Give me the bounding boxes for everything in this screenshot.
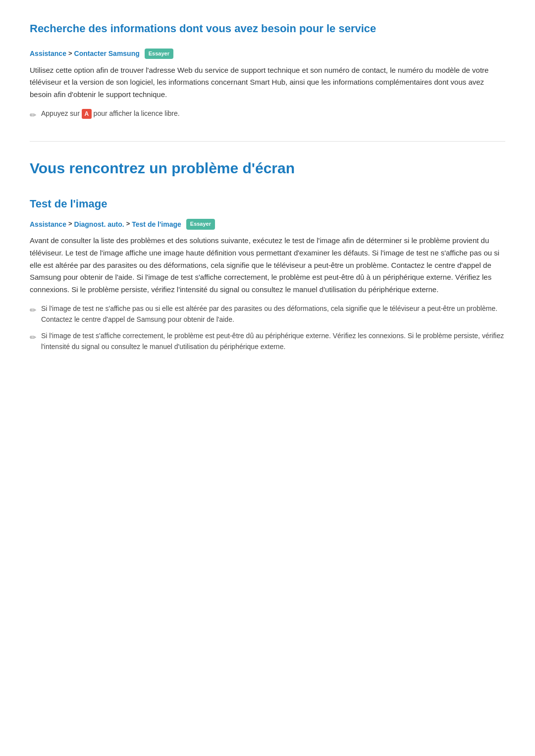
breadcrumb-sep-2a: > bbox=[68, 219, 72, 229]
section2-title: Vous rencontrez un problème d'écran bbox=[30, 156, 505, 180]
note-item-2: ✏ Si l'image de test ne s'affiche pas ou… bbox=[30, 303, 505, 325]
breadcrumb-1: Assistance > Contacter Samsung Essayer bbox=[30, 48, 505, 59]
subsection-body: Avant de consulter la liste des problème… bbox=[30, 235, 505, 296]
breadcrumb-link-contact[interactable]: Contacter Samsung bbox=[74, 48, 140, 59]
section-probleme-ecran: Vous rencontrez un problème d'écran Test… bbox=[30, 156, 505, 352]
try-badge-2[interactable]: Essayer bbox=[186, 219, 215, 230]
section1-body: Utilisez cette option afin de trouver l'… bbox=[30, 64, 505, 101]
key-badge-a: A bbox=[82, 109, 92, 119]
try-badge-1[interactable]: Essayer bbox=[145, 49, 173, 59]
note-text-2: Si l'image de test ne s'affiche pas ou s… bbox=[41, 303, 505, 325]
note-text-1: Appuyez sur A pour afficher la licence l… bbox=[41, 108, 180, 119]
pencil-icon-3: ✏ bbox=[30, 331, 36, 344]
breadcrumb-link-diagnost[interactable]: Diagnost. auto. bbox=[74, 219, 124, 230]
breadcrumb-sep-1: > bbox=[68, 49, 72, 59]
breadcrumb-sep-2b: > bbox=[126, 219, 130, 229]
pencil-icon-1: ✏ bbox=[30, 109, 36, 122]
subsection-test-image: Test de l'image Assistance > Diagnost. a… bbox=[30, 195, 505, 352]
note-item-1: ✏ Appuyez sur A pour afficher la licence… bbox=[30, 108, 505, 122]
pencil-icon-2: ✏ bbox=[30, 304, 36, 317]
note-text-3: Si l'image de test s'affiche correctemen… bbox=[41, 330, 505, 353]
section-recherche: Recherche des informations dont vous ave… bbox=[30, 20, 505, 121]
breadcrumb-link-test-image[interactable]: Test de l'image bbox=[132, 219, 181, 230]
note-item-3: ✏ Si l'image de test s'affiche correctem… bbox=[30, 330, 505, 353]
breadcrumb-link-assistance-1[interactable]: Assistance bbox=[30, 48, 66, 59]
breadcrumb-2: Assistance > Diagnost. auto. > Test de l… bbox=[30, 219, 505, 230]
breadcrumb-link-assistance-2[interactable]: Assistance bbox=[30, 219, 66, 230]
divider-1 bbox=[30, 141, 505, 142]
section1-title: Recherche des informations dont vous ave… bbox=[30, 20, 505, 41]
subsection-title: Test de l'image bbox=[30, 195, 505, 212]
